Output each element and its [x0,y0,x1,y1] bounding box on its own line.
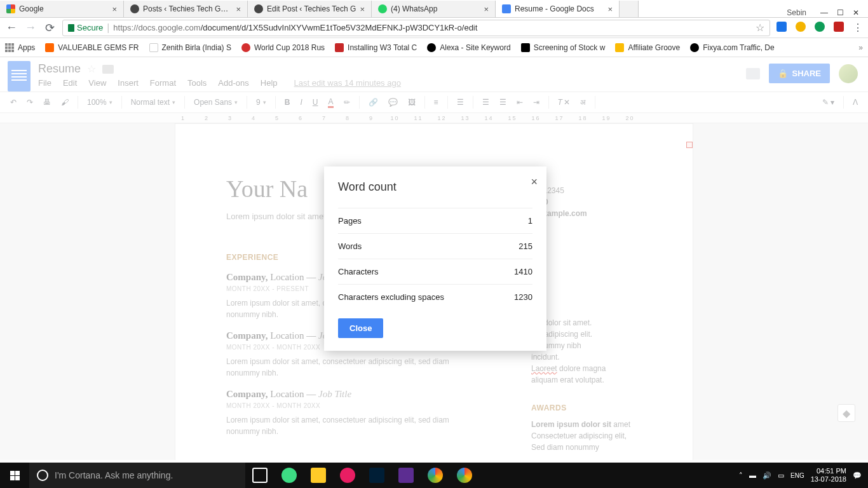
forward-button[interactable]: → [24,21,37,34]
tab-title: Google [19,4,108,13]
bookmark-item[interactable]: World Cup 2018 Rus [241,43,325,52]
whatsapp-favicon [378,4,387,13]
tab-title: Resume - Google Docs [515,4,604,13]
browser-tab-active[interactable]: Resume - Google Docs × [496,1,620,17]
address-bar: ← → ⟳ Secure | https://docs.google.com/d… [0,18,868,38]
extension-icon[interactable] [834,22,844,32]
taskbar-clock[interactable]: 04:51 PM 13-07-2018 [811,467,846,484]
window-minimize-icon[interactable]: — [820,8,828,17]
bookmark-item[interactable]: Zenith Birla (India) S [149,43,231,52]
close-icon[interactable]: × [484,4,489,14]
bookmarks-overflow[interactable]: » [858,43,863,52]
browser-tab[interactable]: Edit Post ‹ Techies Tech G × [248,1,372,17]
secure-label: Secure [77,23,103,32]
back-button[interactable]: ← [5,21,18,34]
reload-button[interactable]: ⟳ [43,21,56,35]
tab-title: Posts ‹ Techies Tech Guide [143,4,232,13]
close-button[interactable]: Close [338,318,383,338]
bookmark-item[interactable]: VALUEABLE GEMS FR [45,43,139,52]
bookmark-item[interactable]: Screening of Stock w [521,43,606,52]
taskbar-app[interactable] [450,463,479,488]
bookmark-item[interactable]: Alexa - Site Keyword [427,43,510,52]
bookmark-item[interactable]: Fixya.com Traffic, De [690,43,774,52]
battery-icon[interactable]: ▭ [778,471,784,480]
chrome-menu-icon[interactable]: ⋮ [853,22,863,34]
notifications-icon[interactable]: 💬 [853,471,862,480]
taskbar-app[interactable] [391,463,421,488]
bookmark-item[interactable]: Affiliate Groove [615,43,680,52]
cortana-placeholder: I'm Cortana. Ask me anything. [55,470,173,480]
browser-tab[interactable]: (4) WhatsApp × [372,1,496,17]
windows-logo-icon [10,471,20,480]
url-text: https://docs.google.com/document/d/1X5Su… [113,23,477,32]
taskbar-app[interactable] [304,463,333,488]
close-icon[interactable]: × [607,4,613,14]
taskbar-app[interactable] [275,463,304,488]
wordpress-favicon [254,4,263,13]
apps-button[interactable]: Apps [5,43,35,52]
system-tray: ˄ ▬ 🔊 ▭ ENG 04:51 PM 13-07-2018 💬 [733,467,868,484]
dialog-title: Word count [338,180,532,194]
extension-icon[interactable] [796,22,806,32]
window-close-icon[interactable]: ✕ [853,8,859,17]
extension-icon[interactable] [815,22,825,32]
secure-badge: Secure [68,23,103,32]
network-icon[interactable]: ▬ [749,471,756,479]
tab-title: Edit Post ‹ Techies Tech G [267,4,356,13]
taskbar-app[interactable] [421,463,450,488]
language-indicator[interactable]: ENG [790,472,804,479]
tray-chevron-icon[interactable]: ˄ [739,471,743,480]
new-tab-button[interactable] [620,1,639,17]
bookmarks-bar: Apps VALUEABLE GEMS FR Zenith Birla (Ind… [0,38,868,57]
volume-icon[interactable]: 🔊 [763,471,771,480]
cortana-search[interactable]: I'm Cortana. Ask me anything. [29,463,245,488]
browser-tab[interactable]: Posts ‹ Techies Tech Guide × [124,1,248,17]
wordpress-favicon [130,4,139,13]
tab-title: (4) WhatsApp [391,4,480,13]
close-icon[interactable]: × [236,4,241,14]
task-view-button[interactable] [245,463,275,488]
word-count-row: Characters excluding spaces1230 [338,284,532,309]
apps-label: Apps [18,43,35,52]
bookmark-item[interactable]: Installing W3 Total C [335,43,417,52]
windows-taskbar: I'm Cortana. Ask me anything. ˄ ▬ 🔊 ▭ EN… [0,463,868,488]
url-input[interactable]: Secure | https://docs.google.com/documen… [62,20,770,36]
lock-icon [68,24,74,32]
word-count-dialog: × Word count Pages1 Words215 Characters1… [324,166,546,351]
star-icon[interactable]: ☆ [756,22,764,34]
taskbar-app[interactable] [333,463,362,488]
cortana-icon [37,470,48,481]
word-count-row: Pages1 [338,208,532,233]
extension-icon[interactable] [776,22,787,32]
close-icon[interactable]: × [360,4,365,14]
window-maximize-icon[interactable]: ☐ [837,8,844,17]
word-count-row: Words215 [338,233,532,259]
docs-favicon [502,4,511,13]
browser-tab-strip: Google × Posts ‹ Techies Tech Guide × Ed… [0,0,868,18]
chrome-user-label[interactable]: Sebin [787,8,811,17]
close-icon[interactable]: × [531,175,538,189]
taskbar-app[interactable] [362,463,391,488]
close-icon[interactable]: × [112,4,117,14]
browser-tab[interactable]: Google × [0,1,124,17]
word-count-row: Characters1410 [338,259,532,284]
start-button[interactable] [0,463,29,488]
google-favicon [6,4,15,13]
